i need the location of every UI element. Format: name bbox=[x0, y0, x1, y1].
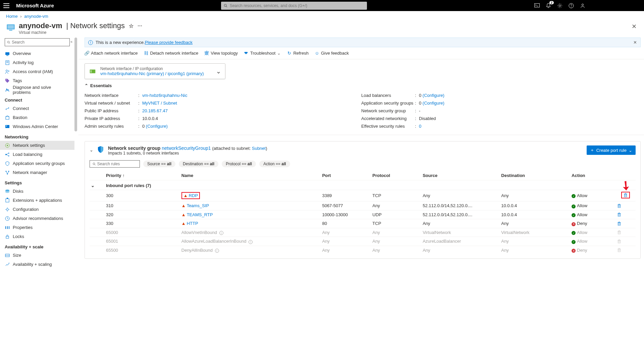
rule-row[interactable]: 65001AllowAzureLoadBalancerInBound iAnyA… bbox=[90, 237, 636, 246]
global-search[interactable] bbox=[221, 2, 367, 10]
help-icon[interactable] bbox=[569, 3, 574, 8]
sidebar-item-bastion[interactable]: Bastion bbox=[0, 113, 74, 122]
create-port-rule-button[interactable]: ＋ Create port rule ⌄ bbox=[587, 145, 636, 155]
view-topology-button[interactable]: 🕸View topology bbox=[204, 51, 238, 56]
topbar-actions: 2 bbox=[534, 3, 585, 8]
col-source[interactable]: Source bbox=[421, 171, 500, 180]
chevron-down-icon[interactable]: ⌄ bbox=[90, 147, 93, 153]
sidebar-item-properties[interactable]: Properties bbox=[0, 223, 74, 232]
rule-row[interactable]: 310▲Teams_SIP5067-5077Any52.112.0.0/14,5… bbox=[90, 201, 636, 210]
rule-name-link[interactable]: TEAMS_RTP bbox=[187, 212, 213, 217]
delete-rule-button[interactable] bbox=[617, 221, 634, 226]
refresh-button[interactable]: ↻Refresh bbox=[287, 51, 309, 56]
rule-row[interactable]: 320▲TEAMS_RTP10000-13000UDP52.112.0.0/14… bbox=[90, 210, 636, 219]
attach-nic-button[interactable]: 🔗Attach network interface bbox=[85, 51, 138, 56]
delete-rule-button[interactable] bbox=[623, 193, 628, 197]
favorite-icon[interactable]: ☆ bbox=[129, 23, 133, 29]
col-port[interactable]: Port bbox=[321, 171, 371, 180]
essentials-link[interactable]: vm-hxbz6rquhahnu-Nic bbox=[142, 93, 187, 98]
sidebar-item-application-security-groups[interactable]: Application security groups bbox=[0, 159, 74, 168]
sidebar-item-activity-log[interactable]: Activity log bbox=[0, 58, 74, 67]
rule-source: AzureLoadBalancer bbox=[421, 237, 500, 246]
configure-link[interactable]: (Configure) bbox=[423, 101, 444, 106]
sidebar-scrollbar[interactable] bbox=[74, 38, 77, 131]
banner-feedback-link[interactable]: Please provide feedback bbox=[145, 40, 193, 45]
nsg-subnet-link[interactable]: Subnet bbox=[252, 146, 266, 151]
essentials-link[interactable]: MyVNET / Subnet bbox=[142, 101, 177, 106]
sidebar-item-windows-admin-center[interactable]: Windows Admin Center bbox=[0, 122, 74, 131]
info-icon[interactable]: i bbox=[215, 249, 219, 253]
sidebar-item-disks[interactable]: Disks bbox=[0, 187, 74, 196]
close-icon[interactable]: ✕ bbox=[630, 21, 638, 32]
sidebar-item-advisor-recommendations[interactable]: Advisor recommendations bbox=[0, 214, 74, 223]
col-priority[interactable]: Priority ↑ bbox=[105, 171, 180, 180]
inbound-section-header[interactable]: ⌄ Inbound port rules (7) bbox=[90, 180, 636, 190]
rule-name-link[interactable]: Teams_SIP bbox=[187, 203, 209, 208]
breadcrumb-resource[interactable]: anynode-vm bbox=[24, 14, 48, 19]
more-icon[interactable]: ⋯ bbox=[138, 23, 143, 28]
sidebar-item-size[interactable]: Size bbox=[0, 251, 74, 260]
global-search-input[interactable] bbox=[230, 3, 365, 8]
filter-action[interactable]: Action == all bbox=[259, 161, 290, 167]
troubleshoot-button[interactable]: ❤Troubleshoot ⌄ bbox=[244, 51, 281, 56]
essentials-link[interactable]: 20.185.67.47 bbox=[142, 108, 168, 113]
rule-row[interactable]: 300▲RDP3389TCPAnyAny✓Allow bbox=[90, 190, 636, 201]
rules-search[interactable] bbox=[90, 160, 140, 168]
sidebar-item-network-settings[interactable]: Network settings bbox=[0, 141, 74, 150]
sidebar-item-diagnose-and-solve-problems[interactable]: Diagnose and solve problems bbox=[0, 85, 74, 94]
nsg-section: ⌄ Network security group networkSecurity… bbox=[85, 141, 641, 259]
col-protocol[interactable]: Protocol bbox=[371, 171, 421, 180]
cloud-shell-icon[interactable] bbox=[534, 3, 540, 8]
sidebar-item-configuration[interactable]: Configuration bbox=[0, 205, 74, 214]
filter-source[interactable]: Source == all bbox=[143, 161, 175, 167]
sidebar-item-connect[interactable]: Connect bbox=[0, 104, 74, 113]
svg-rect-66 bbox=[618, 223, 620, 225]
sidebar-item-locks[interactable]: Locks bbox=[0, 232, 74, 241]
rule-row[interactable]: 65000AllowVnetInBound iAnyAnyVirtualNetw… bbox=[90, 228, 636, 237]
essentials-toggle[interactable]: ⌃ Essentials bbox=[78, 83, 644, 88]
delete-rule-button[interactable] bbox=[617, 203, 634, 208]
configure-link[interactable]: (Configure) bbox=[146, 124, 168, 129]
notifications-icon[interactable]: 2 bbox=[546, 3, 551, 8]
sidebar-item-overview[interactable]: Overview bbox=[0, 49, 74, 58]
filter-destination[interactable]: Destination == all bbox=[179, 161, 218, 167]
sidebar-item-extensions-applications[interactable]: Extensions + applications bbox=[0, 196, 74, 205]
rule-row[interactable]: 330▲HTTP80TCPAnyAny✕Deny bbox=[90, 219, 636, 228]
col-action[interactable]: Action bbox=[570, 171, 615, 180]
col-destination[interactable]: Destination bbox=[500, 171, 570, 180]
adv-icon bbox=[5, 216, 10, 221]
rule-row[interactable]: 65500DenyAllInBound iAnyAnyAnyAny✕Deny bbox=[90, 246, 636, 254]
sidebar-search-input[interactable] bbox=[12, 40, 67, 45]
nsg-name-link[interactable]: networkSecurityGroup1 bbox=[162, 145, 211, 151]
sidebar-item-load-balancing[interactable]: Load balancing bbox=[0, 150, 74, 159]
sidebar-item-access-control-iam-[interactable]: Access control (IAM) bbox=[0, 67, 74, 76]
banner-close-icon[interactable]: ✕ bbox=[633, 40, 637, 45]
rules-search-input[interactable] bbox=[97, 162, 137, 166]
lb-icon bbox=[5, 152, 10, 157]
collapse-sidebar-icon[interactable]: « bbox=[70, 40, 72, 44]
essentials-link[interactable]: 0 bbox=[419, 124, 421, 129]
info-icon[interactable]: i bbox=[219, 231, 223, 235]
menu-icon[interactable] bbox=[3, 3, 9, 8]
feedback-icon[interactable] bbox=[580, 3, 585, 8]
sidebar-search[interactable] bbox=[5, 38, 70, 46]
rule-name-link[interactable]: RDP bbox=[189, 193, 198, 198]
settings-icon[interactable] bbox=[557, 3, 562, 8]
filter-protocol[interactable]: Protocol == all bbox=[222, 161, 256, 167]
search-icon bbox=[93, 162, 96, 166]
rule-name-link[interactable]: HTTP bbox=[187, 221, 198, 226]
rules-filter-row: Source == all Destination == all Protoco… bbox=[90, 160, 636, 168]
col-name[interactable]: Name bbox=[180, 171, 321, 180]
info-icon[interactable]: i bbox=[249, 240, 253, 244]
sidebar-item-availability-scaling[interactable]: Availability + scaling bbox=[0, 260, 74, 269]
delete-rule-button[interactable] bbox=[617, 212, 634, 217]
sidebar-item-network-manager[interactable]: Network manager bbox=[0, 168, 74, 177]
detach-nic-button[interactable]: ⛓Detach network interface bbox=[144, 51, 198, 56]
configure-link[interactable]: (Configure) bbox=[423, 93, 444, 98]
breadcrumb-home[interactable]: Home bbox=[6, 14, 18, 19]
page-name: Network settings bbox=[70, 21, 125, 30]
nic-selector[interactable]: Network interface / IP configuration vm-… bbox=[85, 63, 225, 79]
give-feedback-button[interactable]: ☺Give feedback bbox=[315, 51, 349, 56]
sidebar-item-tags[interactable]: Tags bbox=[0, 76, 74, 85]
account-area[interactable] bbox=[589, 0, 641, 11]
